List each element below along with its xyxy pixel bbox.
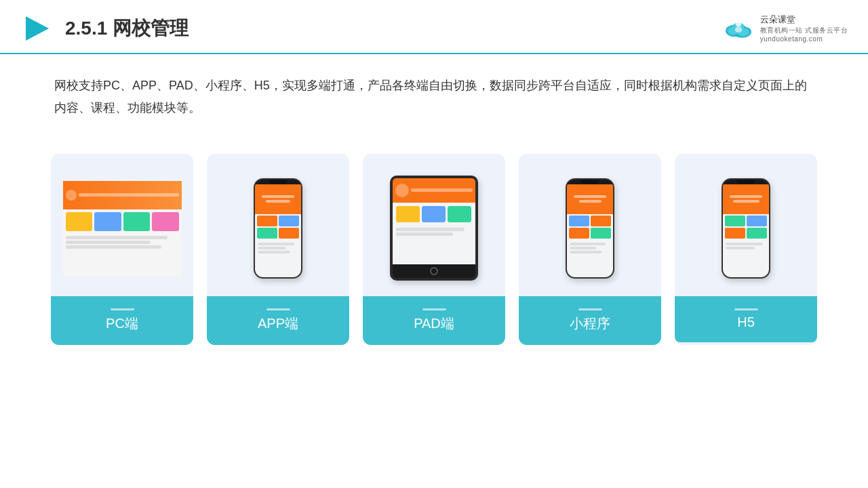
page-header: 2.5.1 网校管理 云朵课堂 教育机构一站 式服务云平台 bbox=[0, 0, 868, 54]
label-bar-decoration bbox=[422, 308, 446, 310]
miniapp-screen-header bbox=[567, 184, 613, 214]
brand-name-container: 云朵课堂 教育机构一站 式服务云平台 yunduoketang.com bbox=[760, 14, 848, 43]
pad-label: PAD端 bbox=[363, 296, 505, 345]
svg-point-7 bbox=[735, 21, 741, 27]
device-card-pad: PAD端 bbox=[363, 154, 505, 345]
pc-mockup bbox=[63, 181, 182, 276]
app-phone-screen bbox=[255, 184, 301, 277]
brand-name: 云朵课堂 bbox=[760, 14, 848, 26]
description-text: 网校支持PC、APP、PAD、小程序、H5，实现多端打通，产品各终端自由切换，数… bbox=[0, 54, 868, 127]
pc-image-area bbox=[51, 154, 193, 296]
miniapp-image-area bbox=[519, 154, 661, 296]
app-label: APP端 bbox=[207, 296, 349, 345]
logo-arrow-icon bbox=[20, 12, 53, 45]
app-image-area bbox=[207, 154, 349, 296]
phone-notch bbox=[269, 180, 288, 184]
pc-screen-outer bbox=[63, 181, 182, 259]
miniapp-phone-mockup bbox=[566, 178, 614, 279]
app-screen-grid bbox=[255, 214, 301, 241]
app-phone-mockup bbox=[254, 178, 302, 279]
h5-phone-screen bbox=[723, 184, 769, 277]
h5-image-area bbox=[675, 154, 817, 296]
pad-tablet-mockup bbox=[390, 176, 478, 281]
title-text: 网校管理 bbox=[113, 18, 189, 39]
brand-tagline: 教育机构一站 式服务云平台 bbox=[760, 26, 848, 35]
device-card-h5: H5 bbox=[675, 154, 817, 345]
miniapp-label: 小程序 bbox=[519, 296, 661, 345]
app-screen-header bbox=[255, 184, 301, 214]
device-card-miniapp: 小程序 bbox=[519, 154, 661, 345]
header-left: 2.5.1 网校管理 bbox=[20, 12, 189, 45]
pad-image-area bbox=[363, 154, 505, 296]
title-number: 2.5.1 bbox=[65, 18, 107, 39]
label-bar-decoration bbox=[578, 308, 602, 310]
pc-screen-content bbox=[63, 181, 182, 259]
cloud-logo-icon bbox=[721, 18, 756, 39]
brand-url: yunduoketang.com bbox=[760, 35, 848, 43]
svg-point-8 bbox=[735, 26, 742, 33]
pad-tablet-screen bbox=[393, 178, 475, 264]
h5-screen-header bbox=[723, 184, 769, 214]
device-card-pc: PC端 bbox=[51, 154, 193, 345]
tablet-home-button bbox=[430, 267, 438, 275]
label-bar-decoration bbox=[111, 308, 134, 310]
phone-notch-2 bbox=[580, 180, 599, 184]
h5-screen-grid bbox=[723, 214, 769, 241]
phone-notch-3 bbox=[736, 180, 755, 184]
label-bar-decoration bbox=[267, 308, 290, 310]
miniapp-screen-grid bbox=[567, 214, 613, 241]
svg-marker-0 bbox=[26, 16, 49, 41]
header-right: 云朵课堂 教育机构一站 式服务云平台 yunduoketang.com bbox=[721, 14, 848, 43]
page-title: 2.5.1 网校管理 bbox=[65, 16, 189, 41]
device-card-app: APP端 bbox=[207, 154, 349, 345]
miniapp-phone-screen bbox=[567, 184, 613, 277]
brand-logo: 云朵课堂 教育机构一站 式服务云平台 yunduoketang.com bbox=[721, 14, 848, 43]
pc-label: PC端 bbox=[51, 296, 193, 345]
h5-phone-mockup bbox=[722, 178, 770, 279]
device-cards-container: PC端 bbox=[0, 134, 868, 365]
h5-label: H5 bbox=[675, 296, 817, 342]
label-bar-decoration bbox=[734, 308, 758, 310]
